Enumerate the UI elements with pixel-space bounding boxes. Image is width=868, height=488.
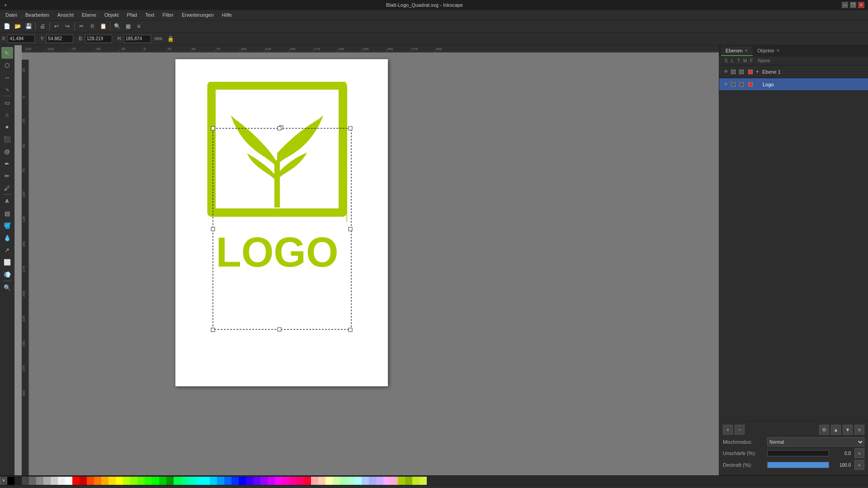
canvas-area[interactable]: -125 -100 -75 -50 -25 0 25 50 75 100 (14, 45, 719, 475)
color-swatch[interactable] (29, 477, 36, 485)
layer-visibility-ebene1[interactable]: 👁 (723, 69, 729, 75)
measure-tool[interactable]: ⤡ (1, 84, 13, 95)
zoom-in-button[interactable]: 🔍 (112, 21, 122, 31)
layer-row-ebene1[interactable]: 👁 ▼ Ebene 1 (719, 66, 868, 78)
color-swatch[interactable] (101, 477, 108, 485)
color-swatch[interactable] (340, 477, 347, 485)
color-swatch[interactable] (152, 477, 159, 485)
print-button[interactable]: 🖨 (38, 21, 47, 31)
color-swatch[interactable] (210, 477, 217, 485)
canvas-viewport[interactable]: -25 0 25 50 75 100 125 150 175 200 225 2… (22, 52, 719, 475)
color-swatch[interactable] (383, 477, 391, 485)
color-swatch[interactable] (137, 477, 145, 485)
layer-settings-button[interactable]: ⚙ (819, 425, 829, 435)
color-swatch[interactable] (289, 477, 297, 485)
color-swatch[interactable] (145, 477, 152, 485)
group-button[interactable]: ▦ (123, 21, 133, 31)
color-swatch[interactable] (376, 477, 383, 485)
layer-row-logo[interactable]: 👁 Logo (719, 78, 868, 91)
color-swatch[interactable] (297, 477, 304, 485)
color-swatch[interactable] (333, 477, 340, 485)
color-swatch[interactable] (51, 477, 58, 485)
color-swatch[interactable] (80, 477, 87, 485)
color-swatch[interactable] (7, 477, 14, 485)
color-swatch[interactable] (203, 477, 210, 485)
color-swatch[interactable] (268, 477, 275, 485)
color-swatch[interactable] (116, 477, 123, 485)
select-tool[interactable]: ↖ (1, 47, 13, 59)
color-swatch[interactable] (36, 477, 43, 485)
color-swatch[interactable] (354, 477, 362, 485)
menu-ansicht[interactable]: Ansicht (54, 11, 77, 19)
save-button[interactable]: 💾 (24, 21, 33, 31)
color-swatch[interactable] (420, 477, 427, 485)
color-swatch[interactable] (217, 477, 224, 485)
gradient-tool[interactable]: ▤ (1, 207, 13, 219)
color-swatch[interactable] (362, 477, 369, 485)
menu-erweiterungen[interactable]: Erweiterungen (178, 11, 217, 19)
objekte-tab-close[interactable]: ✕ (776, 48, 780, 53)
minimize-button[interactable]: — (842, 2, 848, 8)
spiral-tool[interactable]: @ (1, 145, 13, 157)
menu-hilfe[interactable]: Hilfe (218, 11, 236, 19)
color-swatch[interactable] (412, 477, 420, 485)
color-swatch[interactable] (195, 477, 203, 485)
color-swatch[interactable] (130, 477, 137, 485)
align-button[interactable]: ≡ (134, 21, 144, 31)
y-input[interactable] (46, 35, 73, 43)
color-swatch[interactable] (369, 477, 376, 485)
x-input[interactable] (8, 35, 35, 43)
deckraft-plus[interactable]: + (854, 460, 864, 470)
menu-pfad[interactable]: Pfad (123, 11, 141, 19)
color-swatch[interactable] (391, 477, 398, 485)
no-color-button[interactable]: ✕ (0, 477, 7, 484)
calligraphy-tool[interactable]: 🖊 (1, 182, 13, 194)
layer-up-button[interactable]: ▲ (831, 425, 841, 435)
dropper-tool[interactable]: 💧 (1, 232, 13, 244)
layer-options-button[interactable]: ≡ (854, 425, 864, 435)
color-swatch[interactable] (282, 477, 289, 485)
color-swatch[interactable] (108, 477, 116, 485)
color-swatch[interactable] (123, 477, 130, 485)
color-swatch[interactable] (159, 477, 166, 485)
color-swatch[interactable] (174, 477, 181, 485)
color-swatch[interactable] (166, 477, 174, 485)
color-swatch[interactable] (22, 477, 29, 485)
color-swatch[interactable] (326, 477, 333, 485)
color-swatch[interactable] (275, 477, 282, 485)
color-swatch[interactable] (318, 477, 326, 485)
h-input[interactable] (124, 35, 151, 43)
color-swatch[interactable] (43, 477, 51, 485)
color-swatch[interactable] (239, 477, 246, 485)
color-swatch[interactable] (181, 477, 188, 485)
layer-visibility-logo[interactable]: 👁 (723, 81, 729, 88)
paste-button[interactable]: 📋 (98, 21, 108, 31)
eraser-tool[interactable]: ⬜ (1, 256, 13, 268)
zoom-tool[interactable]: ↔ (1, 71, 13, 83)
ebenen-tab-close[interactable]: ✕ (745, 48, 748, 53)
new-button[interactable]: 📄 (2, 21, 12, 31)
add-layer-button[interactable]: + (723, 425, 733, 435)
unschaerfe-plus[interactable]: + (854, 448, 864, 458)
pen-tool[interactable]: ✒ (1, 158, 13, 169)
color-swatch[interactable] (260, 477, 268, 485)
circle-tool[interactable]: ○ (1, 109, 13, 121)
layer-down-button[interactable]: ▼ (843, 425, 853, 435)
color-swatch[interactable] (398, 477, 405, 485)
lock-aspect-button[interactable]: 🔒 (165, 34, 175, 44)
copy-button[interactable]: ⎘ (87, 21, 97, 31)
menu-ebene[interactable]: Ebene (78, 11, 100, 19)
cut-button[interactable]: ✂ (76, 21, 86, 31)
redo-button[interactable]: ↪ (62, 21, 72, 31)
color-swatch[interactable] (304, 477, 311, 485)
color-swatch[interactable] (231, 477, 239, 485)
menu-datei[interactable]: Datei (2, 11, 21, 19)
color-swatch[interactable] (14, 477, 22, 485)
color-swatch[interactable] (347, 477, 354, 485)
remove-layer-button[interactable]: − (735, 425, 745, 435)
tab-ebenen[interactable]: Ebenen ✕ (721, 46, 753, 56)
pencil-tool[interactable]: ✏ (1, 170, 13, 182)
color-swatch[interactable] (405, 477, 412, 485)
open-button[interactable]: 📂 (13, 21, 23, 31)
menu-objekt[interactable]: Objekt (101, 11, 123, 19)
